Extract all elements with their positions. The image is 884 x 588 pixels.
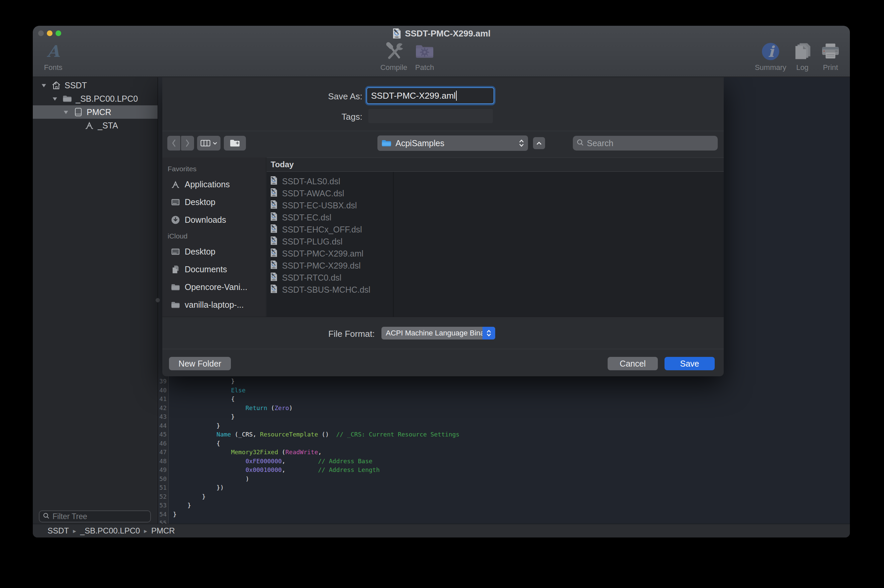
tags-input[interactable] [368, 108, 493, 123]
save-dialog: Save As: SSDT-PMC-X299.aml Tags: [162, 77, 724, 376]
tree-item-pmcr[interactable]: PMCR [33, 105, 158, 119]
file-name: SSDT-EHCx_OFF.dsl [282, 225, 362, 234]
new-folder-icon-button[interactable] [224, 136, 246, 150]
file-row[interactable]: DSLSSDT-ALS0.dsl [267, 175, 393, 187]
desktop-icon [170, 198, 180, 207]
maciasl-window: AML SSDT-PMC-X299.aml A Fonts Compil [33, 26, 850, 537]
back-button[interactable] [167, 136, 180, 150]
folder-icon [62, 94, 73, 104]
filename-input[interactable]: SSDT-PMC-X299.aml [366, 87, 494, 104]
search-input[interactable]: Search [573, 136, 718, 150]
sidebar-item-desktop[interactable]: Desktop [162, 243, 266, 261]
disclosure-triangle-icon[interactable] [41, 83, 48, 88]
view-options-button[interactable] [197, 136, 221, 150]
sidebar-item-label: vanilla-laptop-... [185, 300, 243, 310]
code-line-51: }) [173, 483, 850, 492]
sidebar-item-vanilla-laptop-[interactable]: vanilla-laptop-... [162, 296, 266, 314]
tree-item-_sta[interactable]: _STA [33, 119, 158, 132]
method-icon [84, 121, 95, 130]
file-row[interactable]: AMLSSDT-PMC-X299.aml [267, 248, 393, 260]
code-line-50: ) [173, 475, 850, 484]
toolbar-fonts-button[interactable]: A Fonts [33, 40, 77, 72]
sidebar-item-desktop[interactable]: Desktop [162, 194, 266, 211]
desktop-icon [170, 247, 180, 256]
file-name: SSDT-EC.dsl [282, 213, 331, 222]
new-folder-icon [230, 139, 240, 147]
svg-text:AML: AML [272, 255, 275, 256]
tree-item-ssdt[interactable]: SSDT [33, 79, 158, 92]
search-icon [576, 138, 584, 148]
up-down-chevrons-icon [519, 139, 524, 147]
file-format-label: File Format: [298, 329, 375, 339]
toolbar-print-button[interactable]: Print [807, 40, 850, 72]
splitter-handle[interactable] [156, 298, 160, 302]
disclosure-triangle-icon[interactable] [52, 97, 59, 101]
file-name: SSDT-PMC-X299.aml [282, 249, 363, 258]
sidebar-item-label: Applications [185, 180, 230, 189]
svg-text:DSL: DSL [272, 219, 275, 220]
sidebar-item-opencore-vani-[interactable]: Opencore-Vani... [162, 278, 266, 296]
search-icon [43, 512, 50, 521]
documents-icon [170, 265, 180, 274]
sidebar-item-documents[interactable]: Documents [162, 261, 266, 278]
sidebar-item-applications[interactable]: Applications [162, 176, 266, 194]
svg-text:DSL: DSL [272, 243, 275, 244]
file-row[interactable]: DSLSSDT-AWAC.dsl [267, 187, 393, 200]
divider [162, 317, 724, 317]
code-line-43: } [173, 412, 850, 422]
sidebar-section-title: iCloud [162, 229, 266, 243]
dsl-file-icon: DSL [270, 200, 278, 211]
title-bar: AML SSDT-PMC-X299.aml A Fonts Compil [33, 26, 850, 77]
file-row[interactable]: DSLSSDT-PLUG.dsl [267, 236, 393, 248]
dsl-file-icon: DSL [270, 260, 278, 271]
popup-chevrons [482, 327, 495, 339]
file-row[interactable]: DSLSSDT-PMC-X299.dsl [267, 260, 393, 272]
forward-button[interactable] [181, 136, 194, 150]
disclosure-triangle-icon[interactable] [63, 110, 70, 114]
file-row[interactable]: DSLSSDT-EC-USBX.dsl [267, 200, 393, 212]
file-name: SSDT-AWAC.dsl [282, 189, 344, 198]
file-name: SSDT-PMC-X299.dsl [282, 261, 361, 271]
code-line-53: } [173, 501, 850, 510]
code-line-55 [173, 519, 850, 524]
breadcrumb-item[interactable]: _SB.PC00.LPC0 [80, 526, 140, 536]
tree-item-_sb.pc00.lpc0[interactable]: _SB.PC00.LPC0 [33, 92, 158, 105]
file-row[interactable]: DSLSSDT-EC.dsl [267, 212, 393, 224]
up-directory-button[interactable] [533, 137, 545, 149]
house-icon [51, 81, 62, 90]
svg-text:AML: AML [395, 36, 399, 38]
tags-label: Tags: [285, 112, 362, 122]
file-format-popup[interactable]: ACPI Machine Language Binary [381, 327, 495, 339]
dsl-file-icon: DSL [270, 272, 278, 283]
file-row[interactable]: DSLSSDT-RTC0.dsl [267, 272, 393, 284]
save-button[interactable]: Save [665, 357, 715, 370]
status-bar: SSDT▸_SB.PC00.LPC0▸PMCR [33, 524, 850, 537]
chevron-left-icon [171, 139, 176, 147]
svg-text:DSL: DSL [272, 267, 275, 268]
save-as-label: Save As: [285, 91, 362, 102]
filter-tree-placeholder: Filter Tree [53, 512, 87, 521]
svg-text:DSL: DSL [272, 231, 275, 232]
sidebar-item-downloads[interactable]: Downloads [162, 211, 266, 229]
sidebar-item-label: Desktop [185, 247, 216, 256]
breadcrumb-item[interactable]: SSDT [48, 526, 69, 536]
code-line-41: { [173, 394, 850, 404]
toolbar-patch-button[interactable]: Patch [401, 40, 448, 72]
filter-tree-input[interactable]: Filter Tree [39, 510, 151, 522]
sidebar-item-label: Downloads [185, 215, 226, 225]
file-row[interactable]: DSLSSDT-EHCx_OFF.dsl [267, 224, 393, 236]
svg-text:DSL: DSL [272, 279, 275, 280]
new-folder-button[interactable]: New Folder [169, 357, 231, 370]
sidebar-item-label: Desktop [185, 197, 216, 207]
breadcrumb-item[interactable]: PMCR [151, 526, 175, 536]
up-down-chevrons-icon [486, 329, 491, 338]
svg-text:DSL: DSL [272, 183, 275, 184]
file-browser: DSLSSDT-ALS0.dslDSLSSDT-AWAC.dslDSLSSDT-… [267, 172, 724, 317]
dsl-file-icon: DSL [270, 236, 278, 247]
location-popup[interactable]: AcpiSamples [377, 135, 528, 151]
cancel-button[interactable]: Cancel [608, 357, 658, 370]
file-row[interactable]: DSLSSDT-SBUS-MCHC.dsl [267, 284, 393, 296]
aml-file-icon: AML [270, 248, 278, 259]
blue-folder-icon [381, 140, 392, 147]
code-line-40: Else [173, 386, 850, 395]
